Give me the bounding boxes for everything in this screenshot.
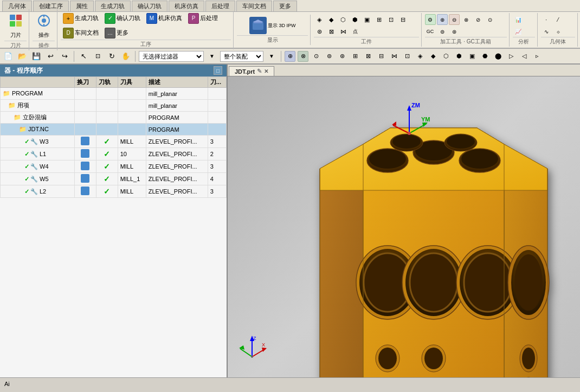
btn-snap12[interactable]: ◆ <box>428 51 439 62</box>
table-row[interactable]: 📁JDT.NCPROGRAM <box>1 124 227 136</box>
btn-wp9[interactable]: ⊛ <box>314 26 325 37</box>
btn-wp2[interactable]: ◆ <box>326 14 337 25</box>
btn-snap8[interactable]: ⊟ <box>376 51 386 62</box>
svg-rect-2 <box>10 21 15 27</box>
btn-workshop-doc[interactable]: D 车间文档 <box>61 27 101 40</box>
filter-dropdown[interactable]: ▼ <box>206 50 218 62</box>
btn-snap14[interactable]: ⬢ <box>454 51 465 62</box>
tab-label: JDT.prt <box>235 68 255 75</box>
btn-snap19[interactable]: ◁ <box>519 51 530 62</box>
btn-snap11[interactable]: ◈ <box>415 51 426 62</box>
btn-snap4[interactable]: ⊚ <box>324 51 334 62</box>
btn-analysis1[interactable]: 📊 <box>513 14 524 25</box>
btn-undo[interactable]: ↩ <box>44 50 56 62</box>
btn-snap16[interactable]: ⬣ <box>480 51 491 62</box>
section-workpiece: ◈ ◆ ⬡ ⬢ ▣ ⊞ ⊡ ⊟ ⊛ ⊠ ⋈ 点 工件 <box>312 13 421 47</box>
btn-snap7[interactable]: ⊠ <box>363 51 373 62</box>
btn-line[interactable]: ∕ <box>553 14 564 25</box>
assembly-dropdown[interactable]: ▼ <box>266 50 278 62</box>
btn-wp6[interactable]: ⊞ <box>373 14 384 25</box>
btn-snap6[interactable]: ⊞ <box>350 51 360 62</box>
btn-select[interactable]: ↖ <box>78 50 89 62</box>
tab-postprocess[interactable]: 后处理 <box>205 1 235 11</box>
btn-rotate[interactable]: ↻ <box>106 50 118 62</box>
btn-more[interactable]: … 更多 <box>102 27 131 40</box>
btn-mt3[interactable]: ⊖ <box>449 14 460 25</box>
btn-wp5[interactable]: ▣ <box>362 14 372 25</box>
table-row[interactable]: 📁用项mill_planar <box>1 100 227 112</box>
table-row[interactable]: ✓🔧W5✓MILL_1ZLEVEL_PROFI...4 <box>1 173 227 185</box>
svg-line-66 <box>393 125 409 133</box>
tab-verify-path[interactable]: 确认刀轨 <box>132 1 167 11</box>
btn-snap13[interactable]: ⬡ <box>441 51 452 62</box>
btn-mt2[interactable]: ⊕ <box>437 14 448 25</box>
btn-snap2[interactable]: ⊗ <box>298 51 308 62</box>
table-row[interactable]: ✓🔧L1✓10ZLEVEL_PROFI...2 <box>1 148 227 160</box>
btn-new[interactable]: 📄 <box>2 50 14 62</box>
btn-geometry[interactable]: 刀片 <box>4 10 27 41</box>
status-text: Ai <box>4 381 10 387</box>
btn-wp11[interactable]: ⋈ <box>338 26 349 37</box>
tab-properties[interactable]: 属性 <box>70 1 94 11</box>
btn-mt7[interactable]: GC <box>425 26 436 37</box>
btn-wp1[interactable]: ◈ <box>314 14 325 25</box>
svg-marker-73 <box>262 348 267 352</box>
btn-mt1[interactable]: ⚙ <box>425 14 436 25</box>
svg-rect-8 <box>253 22 263 30</box>
btn-snap15[interactable]: ▣ <box>467 51 478 62</box>
btn-mt8[interactable]: ⊚ <box>437 26 448 37</box>
btn-mt9[interactable]: ⊛ <box>449 26 460 37</box>
btn-create-process[interactable]: + 生成刀轨 <box>61 12 101 25</box>
btn-wp12[interactable]: 点 <box>350 26 360 37</box>
tab-generate-path[interactable]: 生成刀轨 <box>95 1 131 11</box>
btn-analysis2[interactable]: 📈 <box>513 26 524 37</box>
tab-shop-doc[interactable]: 车间文档 <box>236 1 272 11</box>
btn-wp7[interactable]: ⊡ <box>385 14 396 25</box>
btn-snap10[interactable]: ⊡ <box>402 51 413 62</box>
btn-pan[interactable]: ✋ <box>120 50 132 62</box>
tab-machine-sim[interactable]: 机床仿真 <box>169 1 204 11</box>
table-row[interactable]: 📁PROGRAMmill_planar <box>1 88 227 100</box>
btn-snap5[interactable]: ⊛ <box>337 51 347 62</box>
tab-close-btn[interactable]: ✕ <box>264 68 268 74</box>
btn-wp3[interactable]: ⬡ <box>338 14 349 25</box>
table-row[interactable]: 📁立卧混编PROGRAM <box>1 112 227 124</box>
btn-wp10[interactable]: ⊠ <box>326 26 337 37</box>
btn-wp4[interactable]: ⬢ <box>350 14 360 25</box>
btn-mt4[interactable]: ⊗ <box>461 14 472 25</box>
btn-redo[interactable]: ↪ <box>59 50 70 62</box>
btn-confirm-process[interactable]: ✓ 确认刀轨 <box>102 12 143 25</box>
coord-axes-top: ZM YM <box>388 101 431 140</box>
btn-postprocess[interactable]: P 后处理 <box>186 12 220 25</box>
btn-point[interactable]: · <box>541 14 552 25</box>
btn-display-3d-ipw[interactable]: 显示 3D IPW <box>247 16 298 35</box>
btn-wp8[interactable]: ⊟ <box>397 14 408 25</box>
btn-extract[interactable]: ⟐ <box>553 26 564 37</box>
btn-snap17[interactable]: ⬤ <box>493 51 504 62</box>
btn-save[interactable]: 💾 <box>30 50 42 62</box>
btn-snap20[interactable]: ▹ <box>532 51 543 62</box>
viewport-tab-jdt[interactable]: JDT.prt ✎ ✕ <box>229 66 274 76</box>
assembly-select[interactable]: 整个装配 <box>220 51 263 62</box>
btn-zoom-fit[interactable]: ⊡ <box>92 50 104 62</box>
btn-curve[interactable]: ∿ <box>541 26 552 37</box>
svg-marker-10 <box>253 20 263 22</box>
svg-text:X: X <box>262 342 265 348</box>
btn-mt5[interactable]: ⊘ <box>473 14 484 25</box>
btn-operation[interactable]: 操作 <box>33 10 55 41</box>
table-row[interactable]: ✓🔧W3✓MILLZLEVEL_PROFI...3 <box>1 136 227 148</box>
filter-select[interactable]: 无选择过滤器 <box>139 51 204 62</box>
btn-open[interactable]: 📂 <box>16 50 28 62</box>
table-row[interactable]: ✓🔧W4✓MILLZLEVEL_PROFI...3 <box>1 160 227 173</box>
panel-maximize-btn[interactable]: □ <box>214 66 222 75</box>
status-bar: Ai <box>0 377 580 389</box>
viewport-content[interactable]: ZM YM Z <box>228 76 580 377</box>
btn-snap1[interactable]: ⊕ <box>285 51 295 62</box>
table-row[interactable]: ✓🔧L2✓MILLZLEVEL_PROFI...3 <box>1 185 227 198</box>
tab-more[interactable]: 更多 <box>273 1 297 11</box>
btn-snap3[interactable]: ⊙ <box>311 51 321 62</box>
btn-mt6[interactable]: ⊙ <box>485 14 495 25</box>
btn-snap9[interactable]: ⋈ <box>389 51 399 62</box>
btn-snap18[interactable]: ▷ <box>506 51 517 62</box>
btn-machine-sim[interactable]: M 机床仿真 <box>144 12 184 25</box>
